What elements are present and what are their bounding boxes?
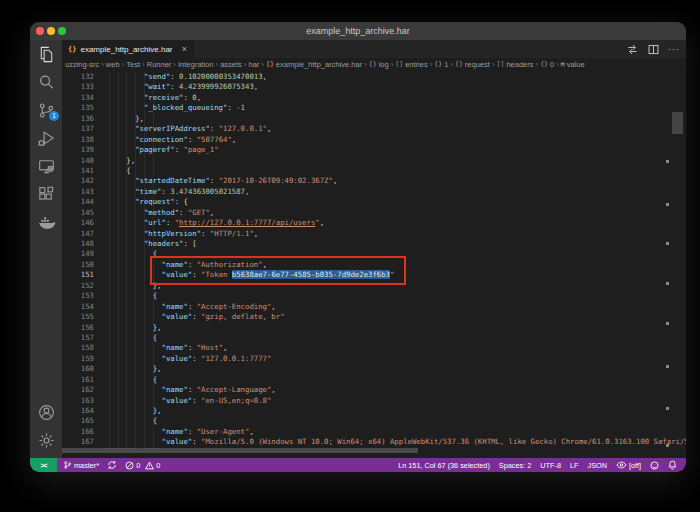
activity-explorer-icon[interactable]: [30, 40, 62, 68]
breadcrumb-item[interactable]: web: [106, 60, 120, 69]
line-number[interactable]: 159: [62, 354, 94, 364]
activity-run-and-debug-icon[interactable]: [30, 124, 62, 152]
line-number[interactable]: 162: [62, 385, 94, 395]
line-number[interactable]: 145: [62, 208, 94, 218]
line-number[interactable]: 157: [62, 333, 94, 343]
activity-remote-explorer-icon[interactable]: [30, 152, 62, 180]
line-number[interactable]: 166: [62, 427, 94, 437]
code-line[interactable]: 135 "_blocked_queueing": -1: [62, 103, 686, 113]
sync-button[interactable]: [107, 460, 117, 470]
line-number[interactable]: 153: [62, 291, 94, 301]
code-line[interactable]: 145 "method": "GET",: [62, 208, 686, 218]
tab-example-http-archive[interactable]: {} example_http_archive.har ×: [62, 40, 194, 58]
line-number[interactable]: 140: [62, 156, 94, 166]
tab-close-icon[interactable]: ×: [182, 45, 187, 54]
line-number[interactable]: 160: [62, 364, 94, 374]
code-line[interactable]: 132 "send": 0.10200000353470013,: [62, 72, 686, 82]
breadcrumb-item[interactable]: Test: [126, 60, 140, 69]
activity-source-control-icon[interactable]: 1: [30, 96, 62, 124]
code-line[interactable]: 166 "name": "User-Agent",: [62, 427, 686, 437]
language-mode-item[interactable]: JSON: [587, 461, 606, 470]
line-number[interactable]: 165: [62, 416, 94, 426]
screencast-item[interactable]: [off]: [616, 461, 641, 470]
breadcrumb-item[interactable]: []headers: [497, 60, 534, 69]
eol-item[interactable]: LF: [570, 461, 579, 470]
line-number[interactable]: 147: [62, 229, 94, 239]
code-line[interactable]: 136 },: [62, 114, 686, 124]
notifications-bell[interactable]: [668, 460, 677, 470]
code-line[interactable]: 155 "value": "gzip, deflate, br": [62, 312, 686, 322]
line-number[interactable]: 152: [62, 281, 94, 291]
line-number[interactable]: 133: [62, 82, 94, 92]
breadcrumb-item[interactable]: assets: [220, 60, 242, 69]
line-number[interactable]: 138: [62, 135, 94, 145]
line-number[interactable]: 135: [62, 103, 94, 113]
line-number[interactable]: 142: [62, 176, 94, 186]
code-line[interactable]: 167 "value": "Mozilla/5.0 (Windows NT 10…: [62, 437, 686, 447]
git-branch-item[interactable]: master*: [63, 460, 99, 470]
code-line[interactable]: 144 "request": {: [62, 197, 686, 207]
line-number[interactable]: 163: [62, 396, 94, 406]
line-number[interactable]: 143: [62, 187, 94, 197]
code-line[interactable]: 142 "startedDateTime": "2017-10-26T09:49…: [62, 176, 686, 186]
line-number[interactable]: 144: [62, 197, 94, 207]
line-number[interactable]: 134: [62, 93, 94, 103]
breadcrumb-item[interactable]: har: [249, 60, 260, 69]
code-line[interactable]: 156 },: [62, 323, 686, 333]
breadcrumb-item[interactable]: uzzing-src: [65, 60, 99, 69]
line-number[interactable]: 164: [62, 406, 94, 416]
line-number[interactable]: 146: [62, 218, 94, 228]
activity-settings-icon[interactable]: [30, 426, 62, 454]
title-bar[interactable]: example_http_archive.har: [30, 22, 686, 41]
code-line[interactable]: 146 "url": "http://127.0.0.1:7777/api/us…: [62, 218, 686, 228]
code-line[interactable]: 134 "receive": 0,: [62, 93, 686, 103]
code-line[interactable]: 157 {: [62, 333, 686, 343]
breadcrumb-item[interactable]: []entries: [395, 60, 427, 69]
feedback-button[interactable]: [650, 461, 659, 470]
code-line[interactable]: 164 },: [62, 406, 686, 416]
more-actions-icon[interactable]: ···: [668, 42, 680, 56]
indentation-item[interactable]: Spaces: 2: [499, 461, 531, 470]
code-line[interactable]: 138 "connection": "507764",: [62, 135, 686, 145]
code-line[interactable]: 140 },: [62, 156, 686, 166]
line-number[interactable]: 132: [62, 72, 94, 82]
line-number[interactable]: 137: [62, 124, 94, 134]
code-line[interactable]: 147 "httpVersion": "HTTP/1.1",: [62, 229, 686, 239]
breadcrumb-item[interactable]: {}request: [455, 60, 490, 69]
line-number[interactable]: 150: [62, 260, 94, 270]
breadcrumb-item[interactable]: {}0: [540, 60, 554, 69]
breadcrumb-item[interactable]: ▤value: [561, 60, 585, 69]
code-line[interactable]: 148 "headers": [: [62, 239, 686, 249]
remote-indicator[interactable]: ><: [30, 458, 57, 472]
code-line[interactable]: 139 "pageref": "page_1": [62, 145, 686, 155]
code-line[interactable]: 154 "name": "Accept-Encoding",: [62, 302, 686, 312]
code-line[interactable]: 141 {: [62, 166, 686, 176]
encoding-item[interactable]: UTF-8: [540, 461, 561, 470]
line-number[interactable]: 167: [62, 437, 94, 447]
editor[interactable]: 132 "send": 0.10200000353470013,133 "wai…: [62, 70, 686, 458]
code-line[interactable]: 163 "value": "en-US,en;q=0.8": [62, 396, 686, 406]
code-line[interactable]: 165 {: [62, 416, 686, 426]
line-number[interactable]: 139: [62, 145, 94, 155]
line-number[interactable]: 158: [62, 343, 94, 353]
split-editor-icon[interactable]: [647, 43, 660, 56]
horizontal-scrollbar[interactable]: [62, 448, 418, 453]
activity-extensions-icon[interactable]: [30, 180, 62, 208]
line-number[interactable]: 155: [62, 312, 94, 322]
vertical-scrollbar[interactable]: [672, 112, 683, 134]
code-line[interactable]: 137 "serverIPAddress": "127.0.0.1",: [62, 124, 686, 134]
code-line[interactable]: 153 {: [62, 291, 686, 301]
breadcrumb-item[interactable]: Runner: [147, 60, 172, 69]
open-changes-icon[interactable]: [626, 43, 639, 56]
line-number[interactable]: 136: [62, 114, 94, 124]
cursor-position[interactable]: Ln 151, Col 67 (36 selected): [398, 461, 490, 470]
line-number[interactable]: 151: [62, 270, 94, 280]
activity-accounts-icon[interactable]: [30, 398, 62, 426]
line-number[interactable]: 156: [62, 323, 94, 333]
activity-docker-icon[interactable]: [30, 208, 62, 236]
code-line[interactable]: 158 "name": "Host",: [62, 343, 686, 353]
line-number[interactable]: 148: [62, 239, 94, 249]
code-line[interactable]: 160 },: [62, 364, 686, 374]
line-number[interactable]: 141: [62, 166, 94, 176]
code-line[interactable]: 161 {: [62, 375, 686, 385]
